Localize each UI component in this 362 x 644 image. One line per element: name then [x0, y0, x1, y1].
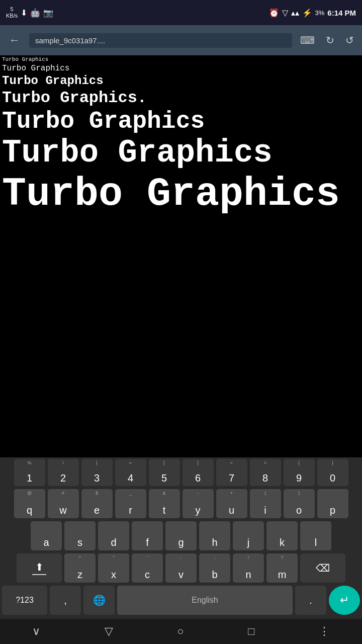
number-row: %1 \2 |3 =4 [5 ]6 <7 >8 {9 }0 — [0, 457, 362, 488]
turbo-line-7: Turbo Graphics — [0, 171, 362, 217]
key-d[interactable]: d — [98, 521, 129, 550]
key-r[interactable]: _r — [115, 489, 146, 518]
turbo-line-5: Turbo Graphics — [0, 108, 362, 135]
reload-button[interactable]: ↺ — [342, 31, 357, 49]
key-l[interactable]: l — [300, 521, 331, 550]
key-y[interactable]: -y — [183, 489, 214, 518]
key-x[interactable]: "x — [98, 553, 129, 583]
key-0[interactable]: }0 — [317, 459, 348, 486]
key-8[interactable]: >8 — [250, 459, 281, 486]
backspace-key[interactable]: ⌫ — [300, 553, 345, 583]
comma-key[interactable]: , — [50, 586, 81, 615]
bluetooth-icon: ⬇ — [21, 8, 27, 18]
data-speed: 5 KB/s — [6, 6, 18, 19]
space-key[interactable]: English — [117, 586, 293, 615]
bottom-row: ?123 , 🌐 English . ↵ — [0, 584, 362, 619]
key-t[interactable]: &t — [149, 489, 180, 518]
key-9[interactable]: {9 — [284, 459, 315, 486]
period-key[interactable]: . — [295, 586, 326, 615]
key-6[interactable]: ]6 — [183, 459, 214, 486]
shift-key[interactable]: ⬆ — [17, 553, 62, 583]
qwerty-row: @q #w $e _r &t -y +u (i )o p — [0, 488, 362, 520]
key-b[interactable]: ;b — [199, 553, 230, 583]
key-3[interactable]: |3 — [81, 459, 113, 486]
keyboard: %1 \2 |3 =4 [5 ]6 <7 >8 {9 }0 @q #w $e _… — [0, 457, 362, 619]
browser-chrome: ← sample_9c031a97.... ⌨ ↻ ↺ — [0, 25, 362, 55]
time: 6:14 PM — [327, 9, 356, 17]
key-7[interactable]: <7 — [216, 459, 247, 486]
zxcv-row: ⬆ *z "x 'c :v ;b !n ?m ⌫ — [0, 552, 362, 584]
image-icon: 📷 — [43, 8, 53, 18]
key-g[interactable]: g — [165, 521, 197, 550]
battery-percent: 3% — [315, 9, 325, 17]
key-j[interactable]: j — [233, 521, 264, 550]
key-4[interactable]: =4 — [115, 459, 146, 486]
battery-icon: ⚡ — [302, 8, 312, 18]
globe-key[interactable]: 🌐 — [83, 586, 115, 615]
signal-icon: ▴▴ — [291, 8, 299, 18]
key-5[interactable]: [5 — [149, 459, 180, 486]
key-q[interactable]: @q — [14, 489, 45, 518]
status-bar: 5 KB/s ⬇ 🤖 📷 ⏰ ▽ ▴▴ ⚡ 3% 6:14 PM — [0, 0, 362, 25]
nav-circle-icon[interactable]: ○ — [177, 625, 184, 638]
turbo-line-4: Turbo Graphics. — [0, 88, 362, 108]
key-k[interactable]: k — [266, 521, 298, 550]
web-content: Turbo Graphics Turbo Graphics Turbo Grap… — [0, 55, 362, 327]
key-1[interactable]: %1 — [14, 459, 45, 486]
key-f[interactable]: f — [132, 521, 163, 550]
key-s[interactable]: s — [64, 521, 96, 550]
back-button[interactable]: ← — [5, 30, 24, 51]
key-v[interactable]: :v — [165, 553, 197, 583]
key-u[interactable]: +u — [216, 489, 247, 518]
url-bar[interactable]: sample_9c031a97.... — [29, 33, 292, 48]
asdf-row: a s d f g h j k l — [0, 520, 362, 552]
turbo-line-2: Turbo Graphics — [0, 63, 362, 73]
turbo-line-3: Turbo Graphics — [0, 73, 362, 88]
num-sym-key[interactable]: ?123 — [2, 586, 47, 615]
keyboard-toggle-button[interactable]: ⌨ — [297, 31, 318, 49]
key-2[interactable]: \2 — [48, 459, 79, 486]
nav-square-icon[interactable]: □ — [248, 625, 254, 638]
key-n[interactable]: !n — [233, 553, 264, 583]
key-z[interactable]: *z — [64, 553, 96, 583]
key-h[interactable]: h — [199, 521, 230, 550]
key-w[interactable]: #w — [48, 489, 79, 518]
alarm-icon: ⏰ — [269, 8, 279, 18]
key-m[interactable]: ?m — [266, 553, 298, 583]
nav-home-icon[interactable]: ▽ — [105, 625, 113, 638]
nav-menu-icon[interactable]: ⋮ — [319, 625, 330, 638]
refresh-button[interactable]: ↻ — [323, 31, 337, 49]
key-p[interactable]: p — [317, 489, 348, 518]
enter-key[interactable]: ↵ — [329, 586, 360, 615]
nav-bar: ∨ ▽ ○ □ ⋮ — [0, 619, 362, 644]
key-a[interactable]: a — [31, 521, 62, 550]
key-e[interactable]: $e — [81, 489, 113, 518]
android-icon: 🤖 — [30, 8, 40, 18]
wifi-icon: ▽ — [282, 8, 288, 18]
key-c[interactable]: 'c — [132, 553, 163, 583]
turbo-line-6: Turbo Graphics — [0, 135, 362, 171]
key-o[interactable]: )o — [284, 489, 315, 518]
key-i[interactable]: (i — [250, 489, 281, 518]
nav-back-icon[interactable]: ∨ — [32, 625, 40, 638]
turbo-line-1: Turbo Graphics — [0, 55, 362, 63]
